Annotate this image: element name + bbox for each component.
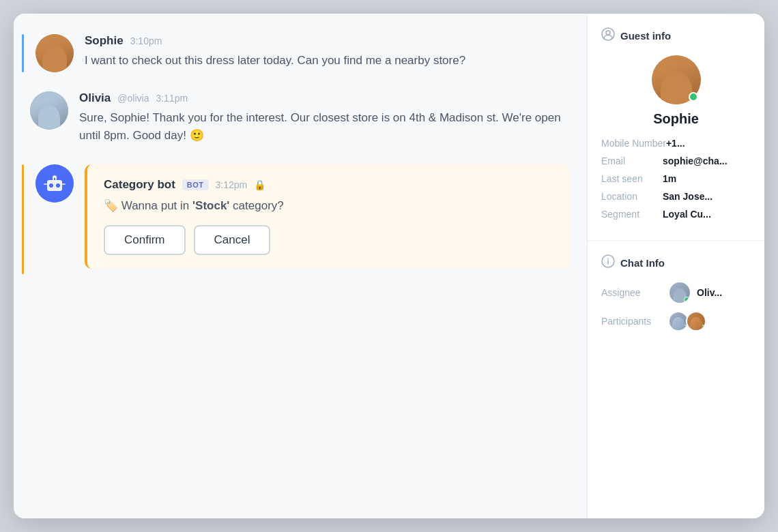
message-header-olivia: Olivia @olivia 3:11pm bbox=[79, 91, 571, 105]
svg-point-12 bbox=[607, 258, 609, 260]
guest-info-label: Guest info bbox=[620, 30, 671, 42]
bot-question-bold: 'Stock' bbox=[192, 199, 229, 212]
sidebar: Guest info Sophie Mobile Number +1... Em… bbox=[587, 14, 764, 518]
message-text-sophie: I want to check out this dress later tod… bbox=[85, 52, 571, 70]
guest-info-section: Guest info Sophie Mobile Number +1... Em… bbox=[588, 14, 764, 241]
email-value: sophie@cha... bbox=[663, 156, 727, 166]
app-container: Sophie 3:10pm I want to check out this d… bbox=[14, 14, 764, 518]
last-seen-label: Last seen bbox=[601, 173, 663, 184]
mobile-value: +1... bbox=[666, 138, 685, 149]
bot-header: Category bot BOT 3:12pm 🔒 bbox=[104, 178, 554, 192]
svg-point-2 bbox=[56, 183, 60, 188]
guest-avatar-wrap bbox=[652, 55, 701, 104]
lock-icon: 🔒 bbox=[254, 179, 265, 190]
participant-avatar-2 bbox=[686, 311, 706, 331]
message-block-olivia: Olivia @olivia 3:11pm Sure, Sophie! Than… bbox=[30, 91, 571, 145]
bot-question-suffix: category? bbox=[229, 199, 283, 212]
bot-actions: Confirm Cancel bbox=[104, 225, 554, 255]
bot-message-block: Category bot BOT 3:12pm 🔒 🏷️ Wanna put i… bbox=[30, 164, 571, 274]
last-seen-row: Last seen 1m bbox=[601, 173, 751, 184]
email-label: Email bbox=[601, 156, 663, 166]
email-row: Email sophie@cha... bbox=[601, 156, 751, 166]
bot-question: 🏷️ Wanna put in 'Stock' category? bbox=[104, 198, 554, 213]
sender-name-sophie: Sophie bbox=[85, 34, 124, 48]
sender-name-olivia: Olivia bbox=[79, 91, 111, 105]
chat-info-title: Chat Info bbox=[601, 254, 751, 271]
online-status-dot bbox=[689, 92, 698, 102]
segment-row: Segment Loyal Cu... bbox=[601, 209, 751, 220]
avatar-olivia bbox=[30, 91, 68, 130]
bot-question-prefix: 🏷️ Wanna put in bbox=[104, 199, 192, 212]
message-time-olivia: 3:11pm bbox=[156, 93, 188, 104]
bot-name: Category bot bbox=[104, 178, 175, 192]
segment-value: Loyal Cu... bbox=[663, 209, 711, 220]
bot-icon bbox=[43, 172, 66, 195]
person-icon bbox=[601, 27, 615, 44]
chat-panel: Sophie 3:10pm I want to check out this d… bbox=[14, 14, 587, 518]
participants-label: Participants bbox=[601, 316, 663, 327]
sender-handle-olivia: @olivia bbox=[117, 93, 149, 104]
assignee-row: Assignee Oliv... bbox=[601, 282, 751, 303]
message-block-sophie: Sophie 3:10pm I want to check out this d… bbox=[30, 34, 571, 72]
avatar-sophie bbox=[35, 34, 74, 72]
confirm-button[interactable]: Confirm bbox=[104, 225, 186, 255]
avatar-bot bbox=[35, 164, 74, 203]
info-icon bbox=[601, 254, 615, 271]
location-label: Location bbox=[601, 191, 663, 202]
mobile-row: Mobile Number +1... bbox=[601, 138, 751, 149]
participant-dot-2 bbox=[700, 325, 705, 330]
location-value: San Jose... bbox=[663, 191, 712, 202]
svg-point-5 bbox=[53, 175, 56, 178]
svg-point-1 bbox=[49, 183, 53, 188]
participants-row: Participants bbox=[601, 311, 751, 331]
guest-name: Sophie bbox=[653, 111, 699, 127]
message-header-sophie: Sophie 3:10pm bbox=[85, 34, 571, 48]
assignee-name: Oliv... bbox=[697, 287, 722, 298]
guest-info-title: Guest info bbox=[601, 27, 751, 44]
bot-time: 3:12pm bbox=[216, 179, 248, 190]
chat-info-label: Chat Info bbox=[620, 257, 665, 269]
assignee-label: Assignee bbox=[601, 287, 663, 298]
guest-profile: Sophie bbox=[601, 55, 751, 127]
assignee-avatar bbox=[669, 282, 690, 303]
cancel-button[interactable]: Cancel bbox=[194, 225, 271, 255]
message-content-sophie: Sophie 3:10pm I want to check out this d… bbox=[85, 34, 571, 70]
message-text-olivia: Sure, Sophie! Thank you for the interest… bbox=[79, 109, 571, 145]
bot-badge: BOT bbox=[182, 179, 209, 190]
mobile-label: Mobile Number bbox=[601, 138, 666, 149]
message-content-olivia: Olivia @olivia 3:11pm Sure, Sophie! Than… bbox=[79, 91, 571, 145]
chat-info-section: Chat Info Assignee Oliv... Participants bbox=[588, 241, 764, 345]
segment-label: Segment bbox=[601, 209, 663, 220]
last-seen-value: 1m bbox=[663, 173, 676, 184]
bot-message-content: Category bot BOT 3:12pm 🔒 🏷️ Wanna put i… bbox=[85, 164, 571, 269]
svg-point-9 bbox=[606, 31, 610, 35]
message-time-sophie: 3:10pm bbox=[130, 35, 162, 46]
location-row: Location San Jose... bbox=[601, 191, 751, 202]
assignee-online-dot bbox=[684, 297, 690, 303]
participant-avatars bbox=[668, 311, 706, 331]
